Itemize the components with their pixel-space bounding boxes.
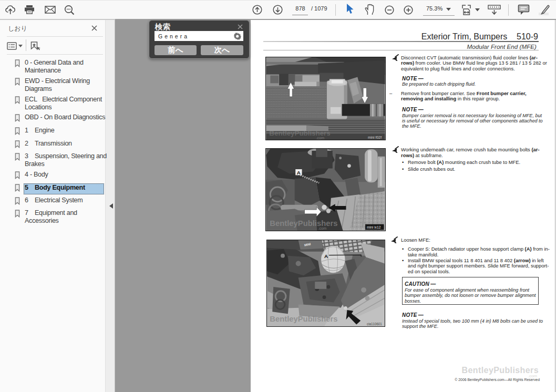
svg-text:cia110601: cia110601 <box>367 322 382 326</box>
svg-text:A: A <box>324 253 328 259</box>
svg-text:A: A <box>297 170 301 176</box>
svg-text:BentleyPublishers: BentleyPublishers <box>270 315 337 323</box>
svg-text:.com: .com <box>316 136 324 140</box>
svg-text:BentleyPublishers: BentleyPublishers <box>270 219 337 228</box>
svg-text:mini f02f: mini f02f <box>368 136 382 139</box>
svg-text:.com: .com <box>318 226 326 231</box>
svg-text:mini ix12: mini ix12 <box>367 225 381 229</box>
